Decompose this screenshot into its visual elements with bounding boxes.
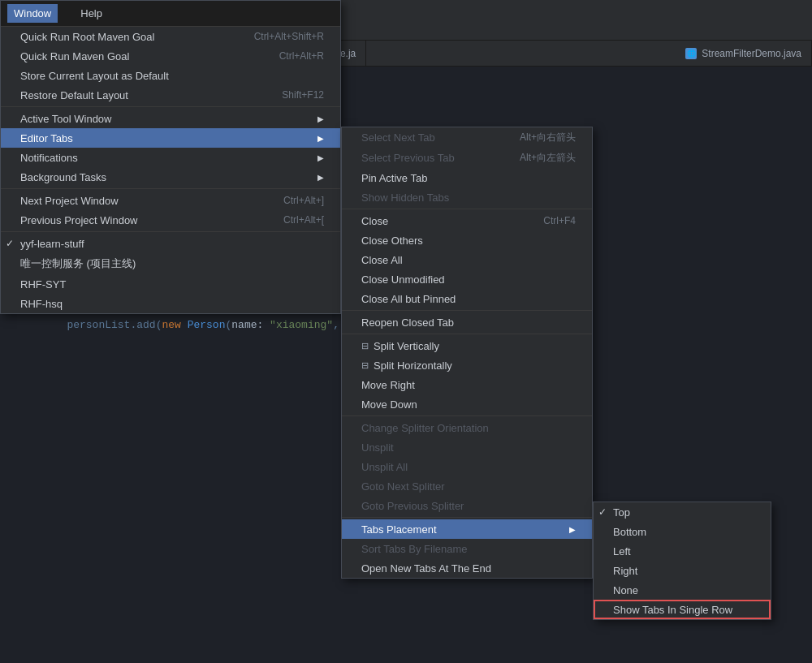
- arrow-icon: ▶: [317, 114, 324, 123]
- menu-header-window[interactable]: Window: [7, 4, 58, 23]
- menu-item-project-yyf[interactable]: ✓ yyf-learn-stuff: [1, 234, 340, 253]
- menu-header-help[interactable]: Help: [74, 4, 109, 23]
- menu-item-split-vertically[interactable]: ⊟ Split Vertically: [342, 336, 592, 355]
- menu-item-label: Previous Project Window: [20, 214, 267, 226]
- arrow-icon: ▶: [317, 153, 324, 162]
- menu-item-close[interactable]: Close Ctrl+F4: [342, 211, 592, 230]
- menu-item-close-others[interactable]: Close Others: [342, 230, 592, 250]
- window-menu: Window Help Quick Run Root Maven Goal Ct…: [0, 0, 341, 314]
- menu-item-label: Select Previous Tab: [361, 152, 503, 164]
- menu-item-label: RHF-SYT: [20, 278, 324, 291]
- menu-item-close-all-but-pinned[interactable]: Close All but Pinned: [342, 289, 592, 308]
- menu-item-notifications[interactable]: Notifications ▶: [1, 148, 340, 167]
- menu-item-label: Move Down: [361, 398, 576, 411]
- menu-item-shortcut: Ctrl+Alt+]: [283, 195, 324, 206]
- menu-separator: [1, 106, 340, 107]
- menu-item-label: Goto Next Splitter: [361, 480, 576, 493]
- menu-item-label: Top: [613, 506, 754, 519]
- menu-item-background-tasks[interactable]: Background Tasks ▶: [1, 167, 340, 187]
- menu-item-project-rhf-hsq[interactable]: RHF-hsq: [1, 294, 340, 313]
- menu-separator: [342, 415, 592, 416]
- menu-item-restore-layout[interactable]: Restore Default Layout Shift+F12: [1, 85, 340, 105]
- menu-item-label: Quick Run Maven Goal: [20, 50, 263, 62]
- menu-item-goto-prev-splitter[interactable]: Goto Previous Splitter: [342, 496, 592, 515]
- menu-item-shortcut: Ctrl+F4: [543, 215, 576, 226]
- menu-item-tabs-placement[interactable]: Tabs Placement ▶: [342, 519, 592, 539]
- menu-item-label: Tabs Placement: [361, 523, 563, 536]
- menu-item-label: Close All but Pinned: [361, 293, 576, 305]
- menu-item-shortcut: Ctrl+Alt+R: [279, 50, 324, 62]
- menu-separator: [342, 334, 592, 334]
- menu-item-project-weiy[interactable]: 唯一控制服务 (项目主线): [1, 253, 340, 274]
- menu-item-sort-tabs[interactable]: Sort Tabs By Filename: [342, 539, 592, 558]
- menu-item-close-all[interactable]: Close All: [342, 250, 592, 269]
- menu-item-label: Change Splitter Orientation: [361, 422, 576, 434]
- menu-item-unsplit-all[interactable]: Unsplit All: [342, 457, 592, 476]
- menu-item-prev-project-window[interactable]: Previous Project Window Ctrl+Alt+[: [1, 210, 340, 230]
- menu-item-close-unmodified[interactable]: Close Unmodified: [342, 269, 592, 289]
- menu-item-label: Open New Tabs At The End: [361, 562, 576, 575]
- menu-item-placement-none[interactable]: None: [594, 580, 771, 600]
- menu-item-label: Unsplit: [361, 441, 576, 454]
- tab-2[interactable]: 🌐 StreamFilterDemo.java: [676, 41, 812, 67]
- menu-item-label: Next Project Window: [20, 195, 267, 207]
- menu-item-label: Goto Previous Splitter: [361, 500, 576, 512]
- menu-item-project-rhf-syt[interactable]: RHF-SYT: [1, 274, 340, 294]
- menu-item-placement-top[interactable]: ✓ Top: [594, 502, 771, 522]
- menu-separator: [1, 188, 340, 189]
- menu-item-move-right[interactable]: Move Right: [342, 375, 592, 394]
- menu-item-label: Move Right: [361, 379, 576, 391]
- menu-item-label: Store Current Layout as Default: [20, 70, 324, 82]
- split-v-icon: ⊟: [361, 341, 369, 351]
- menu-item-split-horizontally[interactable]: ⊟ Split Horizontally: [342, 355, 592, 375]
- menu-item-store-layout[interactable]: Store Current Layout as Default: [1, 66, 340, 85]
- menu-item-label: Split Horizontally: [374, 359, 576, 372]
- menu-item-reopen-closed-tab[interactable]: Reopen Closed Tab: [342, 312, 592, 332]
- menu-separator: [342, 517, 592, 518]
- arrow-icon: ▶: [317, 134, 324, 143]
- menu-item-placement-left[interactable]: Left: [594, 541, 771, 561]
- menu-item-move-down[interactable]: Move Down: [342, 394, 592, 414]
- menu-item-label: Close Others: [361, 235, 576, 247]
- menu-item-label: Right: [613, 565, 754, 577]
- tab-2-label: StreamFilterDemo.java: [702, 48, 801, 59]
- menu-item-show-tabs-single-row[interactable]: Show Tabs In Single Row: [594, 600, 771, 619]
- menu-header: Window Help: [1, 1, 340, 27]
- checkmark-icon: ✓: [598, 506, 607, 518]
- menu-item-label: Close Unmodified: [361, 273, 576, 286]
- menu-item-goto-next-splitter[interactable]: Goto Next Splitter: [342, 476, 592, 496]
- menu-item-unsplit[interactable]: Unsplit: [342, 437, 592, 457]
- menu-item-label: Background Tasks: [20, 171, 311, 183]
- menu-item-pin-active-tab[interactable]: Pin Active Tab: [342, 168, 592, 187]
- menu-item-placement-right[interactable]: Right: [594, 561, 771, 580]
- menu-item-change-splitter[interactable]: Change Splitter Orientation: [342, 418, 592, 437]
- menu-item-label: Editor Tabs: [20, 132, 311, 144]
- menu-separator: [1, 231, 340, 232]
- menu-item-label: Select Next Tab: [361, 131, 503, 144]
- menu-item-next-project-window[interactable]: Next Project Window Ctrl+Alt+]: [1, 191, 340, 210]
- menu-item-select-next-tab[interactable]: Select Next Tab Alt+向右箭头: [342, 127, 592, 148]
- menu-item-placement-bottom[interactable]: Bottom: [594, 522, 771, 541]
- menu-item-label: RHF-hsq: [20, 298, 324, 310]
- menu-item-label: Bottom: [613, 526, 754, 538]
- menu-item-label: Active Tool Window: [20, 113, 311, 125]
- menu-item-show-hidden-tabs[interactable]: Show Hidden Tabs: [342, 187, 592, 207]
- arrow-icon: ▶: [569, 525, 576, 534]
- menu-item-editor-tabs[interactable]: Editor Tabs ▶: [1, 128, 340, 148]
- menu-item-label: Split Vertically: [374, 340, 576, 352]
- menu-item-active-tool-window[interactable]: Active Tool Window ▶: [1, 109, 340, 128]
- menu-item-quick-run-root[interactable]: Quick Run Root Maven Goal Ctrl+Alt+Shift…: [1, 27, 340, 46]
- menu-item-shortcut: Shift+F12: [282, 89, 324, 101]
- menu-item-shortcut: Ctrl+Alt+Shift+R: [254, 31, 324, 42]
- menu-item-select-prev-tab[interactable]: Select Previous Tab Alt+向左箭头: [342, 148, 592, 168]
- menu-item-label: 唯一控制服务 (项目主线): [20, 256, 324, 271]
- editor-tabs-submenu: Select Next Tab Alt+向右箭头 Select Previous…: [341, 127, 593, 579]
- menu-item-label: Close All: [361, 254, 576, 266]
- menu-item-shortcut: Ctrl+Alt+[: [283, 214, 324, 226]
- menu-item-quick-run[interactable]: Quick Run Maven Goal Ctrl+Alt+R: [1, 46, 340, 66]
- menu-item-shortcut: Alt+向右箭头: [520, 131, 576, 144]
- menu-item-label: Pin Active Tab: [361, 172, 576, 184]
- menu-item-label: Left: [613, 545, 754, 558]
- menu-item-label: Close: [361, 215, 527, 227]
- menu-item-open-new-tabs-end[interactable]: Open New Tabs At The End: [342, 558, 592, 578]
